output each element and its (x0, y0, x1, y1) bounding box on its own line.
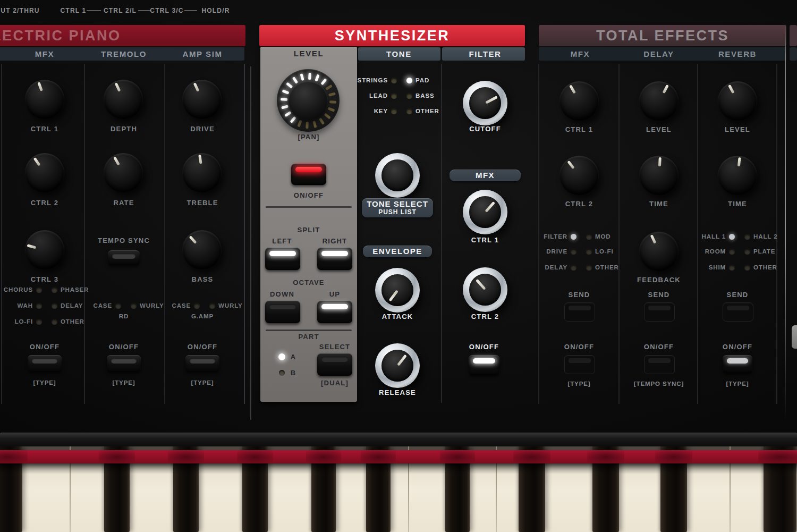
te-reverb-send-label: SEND (727, 291, 749, 299)
knob-pointer (114, 82, 121, 92)
ep-tempo-sync-button[interactable] (108, 250, 140, 265)
te-col-mfx: MFX (571, 50, 590, 58)
knob-pointer (33, 157, 40, 166)
te-delay-level-knob[interactable] (639, 81, 679, 121)
other-led (744, 265, 750, 271)
octave-up-button[interactable] (317, 301, 352, 323)
delay-led (571, 265, 576, 271)
te-reverb-send-button[interactable] (723, 302, 753, 322)
knob-pointer (662, 84, 668, 93)
te-reverb-level-knob[interactable] (718, 81, 757, 121)
button-indicator (269, 304, 296, 309)
shim-led (729, 265, 735, 271)
ep-depth-label: DEPTH (111, 125, 137, 133)
te-led-row-shim-other: SHIMOTHER (693, 264, 782, 271)
te-led-row-room-plate: ROOMPLATE (693, 248, 782, 255)
ep-mfx-onoff-button[interactable] (28, 355, 62, 372)
ep-tremolo-type-label: [TYPE] (112, 378, 135, 387)
ring-tick (284, 111, 292, 116)
te-delay-send-button[interactable] (644, 302, 675, 322)
ep-tremolo-depth-knob[interactable] (104, 80, 143, 119)
te-mfx-ctrl2-knob[interactable] (559, 156, 599, 195)
ring-tick (320, 78, 327, 85)
te-reverb-type-label: [TYPE] (726, 379, 749, 388)
ep-amp-onoff-label: ON/OFF (188, 343, 217, 351)
part-select-button[interactable] (317, 353, 352, 376)
tone-select-knob[interactable] (375, 153, 420, 198)
synth-mfx-onoff-button[interactable] (469, 355, 499, 375)
ep-mfx-ctrl3-knob[interactable] (25, 230, 64, 269)
total-effects-header: TOTAL EFFECTS (539, 25, 786, 46)
ep-col-tremolo: TREMOLO (101, 50, 147, 58)
knob-pointer (37, 82, 43, 91)
ep-amp-onoff-button[interactable] (185, 355, 219, 372)
knob-cap (469, 87, 501, 119)
ep-amp-treble-knob[interactable] (182, 153, 222, 192)
attack-knob[interactable] (375, 268, 420, 313)
te-delay-feedback-knob[interactable] (639, 232, 679, 271)
ep-separator (84, 64, 85, 404)
next-section-button-sliver[interactable] (792, 325, 797, 349)
synth-ctrl2-label: CTRL 2 (471, 313, 499, 321)
octave-down-button[interactable] (265, 301, 300, 323)
felt-shadow (758, 450, 797, 463)
synth-mfx-ctrl2-knob[interactable] (463, 267, 507, 312)
synth-mfx-ctrl1-knob[interactable] (463, 190, 507, 234)
te-mfx-ctrl1-knob[interactable] (559, 81, 599, 121)
button-indicator (569, 358, 591, 363)
te-led-row-drive-lofi: DRIVELO-FI (535, 248, 624, 255)
synth-onoff-button[interactable] (291, 164, 326, 185)
ep-amp-drive-knob[interactable] (182, 80, 222, 119)
ring-tick (327, 107, 335, 112)
knob-pointer (198, 154, 202, 164)
part-dual-label: [DUAL] (321, 379, 349, 387)
felt-strip (0, 450, 797, 463)
te-delay-level-label: LEVEL (646, 125, 672, 134)
pedal-label-ctrl3: CTRL 3/C (150, 6, 183, 15)
synthesizer-header: SYNTHESIZER (259, 25, 525, 46)
felt-shadow (587, 450, 624, 463)
ep-mfx-ctrl1-knob[interactable] (25, 80, 64, 119)
te-mfx-send-label: SEND (569, 291, 590, 299)
button-indicator (112, 254, 135, 259)
part-a-led (278, 353, 285, 360)
te-reverb-time-knob[interactable] (718, 156, 757, 195)
synth-level-knob[interactable] (289, 81, 328, 120)
ep-mfx-ctrl2-knob[interactable] (25, 153, 64, 192)
hall1-led (729, 234, 735, 240)
te-delay-time-knob[interactable] (639, 156, 679, 195)
cutoff-label: CUTOFF (469, 125, 501, 133)
ring-tick (328, 92, 336, 96)
te-reverb-onoff-button[interactable] (723, 355, 752, 373)
ep-tremolo-rate-knob[interactable] (104, 153, 143, 192)
te-reverb-level-label: LEVEL (725, 125, 750, 134)
attack-label: ATTACK (382, 313, 413, 321)
te-led-row-delay-other: DELAYOTHER (535, 264, 624, 271)
ep-tremolo-onoff-button[interactable] (107, 355, 141, 372)
knob-pointer (569, 85, 576, 94)
release-knob[interactable] (375, 343, 420, 388)
te-mfx-send-button[interactable] (564, 302, 595, 322)
ep-amp-bass-knob[interactable] (182, 230, 222, 269)
button-indicator (32, 358, 57, 364)
ep-amp-gamp-label: G.AMP (191, 312, 214, 320)
knob-pointer (567, 160, 574, 168)
ep-separator (164, 64, 165, 404)
te-delay-onoff-button[interactable] (644, 355, 675, 374)
ep-led-row-wah-delay: WAHDELAY (0, 302, 89, 309)
split-right-button[interactable] (317, 248, 352, 270)
felt-shadow (237, 450, 273, 463)
knob-cap (469, 274, 501, 306)
synth-onoff-label: ON/OFF (294, 191, 324, 200)
knob-pointer (650, 234, 656, 244)
ring-tick (318, 117, 324, 125)
cutoff-knob[interactable] (463, 81, 507, 125)
next-section-header-sliver (790, 25, 797, 46)
split-left-button[interactable] (265, 248, 300, 270)
filter-led (571, 234, 576, 240)
button-indicator (190, 358, 215, 364)
lead-led (391, 93, 397, 99)
panel-edge-line (785, 23, 786, 421)
instrument-panel: UT 2/THRU CTRL 1 CTRL 2/L CTRL 3/C HOLD/… (0, 0, 797, 532)
te-mfx-onoff-button[interactable] (564, 355, 595, 374)
